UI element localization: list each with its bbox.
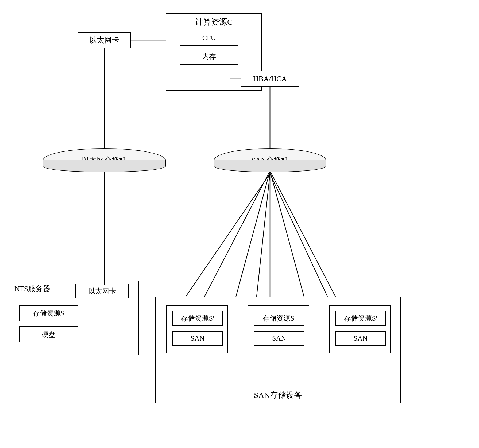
san-device1-box: 存储资源S' SAN <box>166 305 228 353</box>
cpu-box: CPU <box>180 30 238 46</box>
san-switch-rim <box>214 160 326 172</box>
nfs-disk-label: 硬盘 <box>42 330 56 339</box>
san-device2-storage-label: 存储资源S' <box>262 314 295 323</box>
svg-line-5 <box>270 171 337 299</box>
svg-line-3 <box>203 171 270 299</box>
hba-label: HBA/HCA <box>253 75 287 83</box>
nfs-ethernet-card-box: 以太网卡 <box>75 284 129 298</box>
san-device3-box: 存储资源S' SAN <box>329 305 391 353</box>
cpu-label: CPU <box>202 34 216 42</box>
diagram-container: 计算资源C CPU 内存 以太网卡 HBA/HCA 以太网交换机 SAN交换机 … <box>0 0 479 448</box>
nfs-disk-box: 硬盘 <box>19 326 78 342</box>
san-device1-san-label: SAN <box>191 334 204 342</box>
san-storage-outer-box: SAN存储设备 存储资源S' SAN 存储资源S' SAN 存储资源S' <box>155 297 401 403</box>
san-device3-storage-label: 存储资源S' <box>344 314 377 323</box>
ethernet-card-label: 以太网卡 <box>89 35 119 45</box>
san-device2-storage-box: 存储资源S' <box>254 311 304 326</box>
svg-line-14 <box>257 174 270 297</box>
compute-resource-label: 计算资源C <box>195 17 233 28</box>
nfs-ethernet-card-label: 以太网卡 <box>88 286 116 296</box>
memory-box: 内存 <box>180 49 238 65</box>
svg-line-15 <box>270 174 327 297</box>
nfs-server-label: NFS服务器 <box>14 284 51 294</box>
svg-line-13 <box>186 174 270 297</box>
san-device1-storage-label: 存储资源S' <box>181 314 214 323</box>
san-device2-san-label: SAN <box>272 334 286 342</box>
san-device2-box: 存储资源S' SAN <box>248 305 309 353</box>
san-device3-san-label-box: SAN <box>335 331 386 346</box>
nfs-server-box: NFS服务器 以太网卡 存储资源S 硬盘 <box>11 281 139 355</box>
ethernet-card-box: 以太网卡 <box>78 32 131 48</box>
nfs-storage-label: 存储资源S <box>33 309 64 318</box>
san-device2-san-label-box: SAN <box>254 331 304 346</box>
ethernet-switch-rim <box>43 160 166 172</box>
hba-box: HBA/HCA <box>241 71 299 87</box>
memory-label: 内存 <box>202 52 216 61</box>
svg-line-7 <box>270 171 305 299</box>
svg-line-6 <box>235 171 270 299</box>
san-device1-storage-box: 存储资源S' <box>172 311 223 326</box>
nfs-storage-box: 存储资源S <box>19 305 78 321</box>
san-device3-storage-box: 存储资源S' <box>335 311 386 326</box>
san-storage-label: SAN存储设备 <box>254 390 302 401</box>
san-device1-san-label-box: SAN <box>172 331 223 346</box>
san-device3-san-label: SAN <box>354 334 368 342</box>
